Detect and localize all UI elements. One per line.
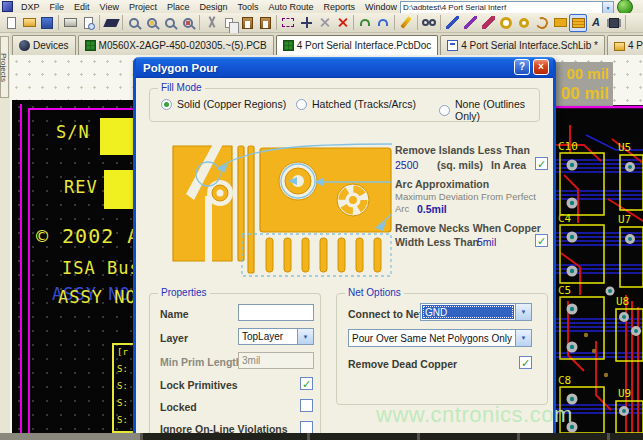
- menu-file[interactable]: File: [45, 2, 70, 12]
- menu-edit[interactable]: Edit: [69, 2, 95, 12]
- chevron-down-icon[interactable]: ▼: [515, 304, 531, 320]
- pcb-layout-right[interactable]: C10 C4 C5 C8 U5 U7 U8 U9: [556, 105, 643, 433]
- menu-window[interactable]: Window: [360, 2, 402, 12]
- properties-label: Properties: [158, 287, 210, 298]
- chevron-down-icon[interactable]: ▼: [602, 2, 613, 13]
- menu-view[interactable]: View: [95, 2, 124, 12]
- projects-panel-tab[interactable]: Projects: [0, 36, 9, 98]
- clear-filter-button[interactable]: [333, 14, 351, 32]
- tab-label: 4 Port Serial Interface.SchLib *: [461, 40, 598, 51]
- folder-icon: [614, 42, 625, 51]
- place-string-button[interactable]: A: [587, 14, 605, 32]
- place-via-button[interactable]: [515, 14, 533, 32]
- clear-selection-icon: [318, 16, 331, 29]
- board-view-button[interactable]: [102, 14, 120, 32]
- svg-text:U9: U9: [618, 387, 631, 400]
- find-button[interactable]: [420, 14, 438, 32]
- copy-button[interactable]: [220, 14, 238, 32]
- locked-label: Locked: [160, 401, 197, 413]
- remove-dead-copper-checkbox[interactable]: ✓: [519, 356, 532, 369]
- place-pad-button[interactable]: [497, 14, 515, 32]
- menu-design[interactable]: Design: [194, 2, 232, 12]
- svg-text:C4: C4: [558, 212, 572, 225]
- chevron-down-icon[interactable]: ▼: [297, 329, 313, 344]
- watermark: www.cntronics.com: [376, 402, 573, 428]
- place-polygon-pour-button[interactable]: [569, 14, 587, 32]
- menu-tools[interactable]: Tools: [232, 2, 263, 12]
- paste-button[interactable]: [238, 14, 256, 32]
- radio-icon[interactable]: [296, 99, 307, 110]
- place-arc-button[interactable]: [533, 14, 551, 32]
- dialog-title-bar[interactable]: Polygon Pour ? ×: [136, 57, 553, 78]
- radio-solid[interactable]: Solid (Copper Regions): [161, 98, 286, 110]
- polygon-pour-preview: [148, 136, 392, 288]
- save-button[interactable]: [38, 14, 56, 32]
- pour-mode-combo[interactable]: Pour Over Same Net Polygons Only ▼: [348, 329, 532, 347]
- print-button[interactable]: [61, 14, 79, 32]
- place-fill-button[interactable]: [551, 14, 569, 32]
- menu-reports[interactable]: Reports: [319, 2, 361, 12]
- islands-units-label: (sq. mils): [437, 159, 483, 171]
- islands-suffix-label: In Area: [491, 159, 526, 171]
- islands-area-value[interactable]: 2500: [395, 159, 418, 171]
- undo-button[interactable]: [356, 14, 374, 32]
- move-icon: [300, 16, 313, 29]
- zoom-in-button[interactable]: [125, 14, 143, 32]
- place-component-button[interactable]: [605, 14, 623, 32]
- menu-auto-route[interactable]: Auto Route: [263, 2, 318, 12]
- close-icon[interactable]: ×: [533, 59, 549, 75]
- menu-project[interactable]: Project: [124, 2, 162, 12]
- new-icon: [7, 17, 16, 29]
- interactive-route-button[interactable]: [397, 14, 415, 32]
- print-preview-icon: [84, 17, 93, 29]
- layer-combo[interactable]: TopLayer ▼: [238, 328, 314, 345]
- toolbar-separator: [625, 15, 626, 30]
- radio-selected-icon[interactable]: [161, 99, 172, 110]
- radio-none[interactable]: None (Outlines Only): [439, 98, 553, 122]
- clear-selection-button[interactable]: [315, 14, 333, 32]
- tab-serial-interface-pcbdoc[interactable]: 4 Port Serial Interface.PcbDoc: [276, 35, 439, 55]
- connect-net-combo[interactable]: GND ▼: [420, 303, 532, 321]
- redo-button[interactable]: [374, 14, 392, 32]
- board-outline-magenta: [28, 110, 30, 433]
- tab-uart-line-drivers[interactable]: 4 Port UART and Line Drivers.: [607, 35, 643, 55]
- tab-m0560x-pcb[interactable]: M0560X-2AGP-450-020305.~(5).PCB: [78, 35, 274, 55]
- remove-necks-checkbox[interactable]: ✓: [535, 234, 548, 247]
- print-icon: [64, 18, 77, 27]
- select-area-button[interactable]: [279, 14, 297, 32]
- lock-primitives-checkbox[interactable]: ✓: [300, 377, 313, 390]
- menu-dxp[interactable]: DXP: [16, 2, 45, 12]
- zoom-window-button[interactable]: [143, 14, 161, 32]
- place-bus-button[interactable]: [479, 14, 497, 32]
- move-button[interactable]: [297, 14, 315, 32]
- cut-button[interactable]: [202, 14, 220, 32]
- zoom-selected-button[interactable]: [179, 14, 197, 32]
- menu-place[interactable]: Place: [162, 2, 195, 12]
- silkscreen-copyright: © 2002 A: [36, 224, 140, 248]
- radio-icon[interactable]: [439, 105, 450, 116]
- new-button[interactable]: [2, 14, 20, 32]
- necks-width-value[interactable]: 5mil: [477, 236, 496, 248]
- remove-islands-checkbox[interactable]: ✓: [535, 157, 548, 170]
- locked-checkbox[interactable]: [300, 399, 313, 412]
- net-value: GND: [422, 305, 514, 319]
- chevron-down-icon[interactable]: ▼: [515, 330, 531, 346]
- place-component-icon: [609, 18, 619, 28]
- paste-recall-button[interactable]: [256, 14, 274, 32]
- place-wire-button[interactable]: [461, 14, 479, 32]
- toolbar-separator: [440, 15, 441, 30]
- zoom-fit-button[interactable]: [161, 14, 179, 32]
- open-button[interactable]: [20, 14, 38, 32]
- bottom-panel-bar[interactable]: [0, 433, 643, 440]
- help-button[interactable]: ?: [514, 59, 530, 75]
- pcb-board-left[interactable]: S/N REV © 2002 A ISA Bus ASSY NO ASSY NO…: [12, 100, 140, 433]
- radio-hatched[interactable]: Hatched (Tracks/Arcs): [296, 98, 416, 110]
- svg-text:C10: C10: [558, 140, 578, 153]
- tab-devices[interactable]: Devices: [12, 35, 76, 55]
- arc-deviation-value[interactable]: 0.5mil: [417, 203, 447, 215]
- print-preview-button[interactable]: [79, 14, 97, 32]
- name-input[interactable]: [238, 304, 314, 321]
- place-track-button[interactable]: [443, 14, 461, 32]
- tab-serial-interface-schlib[interactable]: 4 Port Serial Interface.SchLib *: [440, 35, 605, 55]
- select-area-icon: [282, 18, 294, 27]
